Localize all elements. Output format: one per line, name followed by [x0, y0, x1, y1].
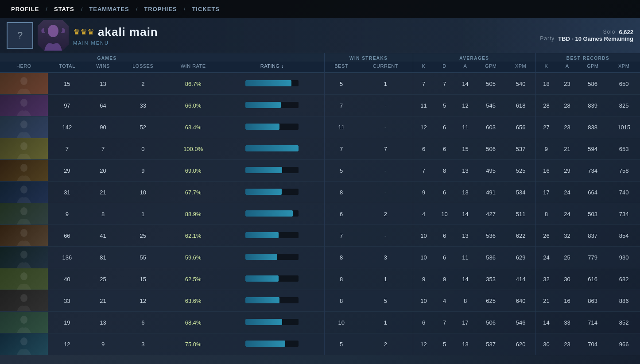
rating-bar — [245, 254, 299, 260]
table-row[interactable]: 142905263.4%11-1261160365627238381015 — [0, 116, 640, 138]
avg-gpm: 495 — [476, 160, 506, 182]
table-row[interactable]: 97643366.0%7-115125456182828839825 — [0, 95, 640, 116]
rating-bar — [245, 145, 299, 151]
nav-tickets[interactable]: TICKETS — [190, 6, 222, 12]
best-a: 23 — [557, 116, 578, 138]
best-a: 30 — [557, 268, 578, 290]
streak-best: 5 — [324, 333, 358, 355]
party-label: Party — [540, 35, 555, 42]
th-rating[interactable]: RATING ↓ — [220, 62, 324, 73]
hero-thumbnail — [0, 116, 48, 138]
wins: 13 — [86, 73, 120, 95]
win-rate: 68.4% — [166, 312, 220, 333]
best-xpm: 854 — [608, 225, 640, 247]
profile-name-section: ♛♛♛ akali main MAIN MENU — [73, 25, 158, 46]
table-row[interactable]: 66412562.1%7-106135366222632837854 — [0, 225, 640, 247]
table-row[interactable]: 2920969.0%5-78134955251629734758 — [0, 160, 640, 182]
streak-best: 8 — [324, 247, 358, 268]
avg-d: 8 — [434, 160, 455, 182]
nav-stats[interactable]: STATS — [52, 6, 77, 12]
streak-current: - — [358, 95, 413, 116]
losses: 15 — [120, 268, 166, 290]
losses: 55 — [120, 247, 166, 268]
profile-username: akali main — [98, 25, 158, 39]
table-row[interactable]: 136815559.6%83106115366292425779930 — [0, 247, 640, 268]
win-rate: 62.1% — [166, 225, 220, 247]
rating-bar-cell — [220, 225, 324, 247]
svg-point-9 — [20, 251, 27, 259]
best-gpm: 503 — [578, 203, 608, 225]
win-rate: 100.0% — [166, 138, 220, 160]
avg-k: 9 — [413, 182, 434, 203]
avg-a: 11 — [455, 116, 476, 138]
nav-trophies[interactable]: TROPHIES — [142, 6, 179, 12]
avg-k: 7 — [413, 73, 434, 95]
avg-a: 15 — [455, 138, 476, 160]
total-games: 15 — [48, 73, 86, 95]
best-a: 24 — [557, 203, 578, 225]
nav-teammates[interactable]: TEAMMATES — [87, 6, 131, 12]
avg-d: 5 — [434, 95, 455, 116]
avg-xpm: 537 — [506, 138, 535, 160]
svg-point-6 — [20, 186, 27, 194]
rating-bar-cell — [220, 160, 324, 182]
table-row[interactable]: 40251562.5%8199143534143230616682 — [0, 268, 640, 290]
nav-profile[interactable]: PROFILE — [9, 6, 41, 12]
rating-bar-fill — [245, 102, 280, 108]
table-body: 1513286.7%5177145055401823586650 9764336… — [0, 73, 640, 355]
total-games: 33 — [48, 290, 86, 312]
losses: 33 — [120, 95, 166, 116]
total-games: 29 — [48, 160, 86, 182]
losses: 9 — [120, 160, 166, 182]
table-row[interactable]: 98188.9%6241014427511824503734 — [0, 203, 640, 225]
hero-thumbnail — [0, 160, 48, 181]
rating-bar-fill — [245, 124, 279, 130]
streak-best: 6 — [324, 203, 358, 225]
total-games: 40 — [48, 268, 86, 290]
svg-point-12 — [20, 316, 27, 324]
profile-submenu[interactable]: MAIN MENU — [73, 40, 158, 46]
table-row[interactable]: 1913668.4%10167175065461433714852 — [0, 312, 640, 333]
streak-current: 2 — [358, 333, 413, 355]
best-gpm: 838 — [578, 116, 608, 138]
table-row[interactable]: 33211263.6%8510486256402116863886 — [0, 290, 640, 312]
avg-k: 10 — [413, 225, 434, 247]
win-rate: 88.9% — [166, 203, 220, 225]
table-row[interactable]: 1513286.7%5177145055401823586650 — [0, 73, 640, 95]
avg-xpm: 540 — [506, 73, 535, 95]
table-row[interactable]: 31211067.7%8-96134915341724664740 — [0, 182, 640, 203]
total-games: 142 — [48, 116, 86, 138]
best-xpm: 682 — [608, 268, 640, 290]
best-xpm: 966 — [608, 333, 640, 355]
avg-xpm: 656 — [506, 116, 535, 138]
th-best-gpm: GPM — [578, 62, 608, 73]
avg-gpm: 506 — [476, 138, 506, 160]
streak-current: - — [358, 225, 413, 247]
avg-d: 6 — [434, 182, 455, 203]
best-gpm: 863 — [578, 290, 608, 312]
win-rate: 69.0% — [166, 160, 220, 182]
avg-a: 13 — [455, 182, 476, 203]
best-gpm: 734 — [578, 160, 608, 182]
rating-bar — [245, 232, 299, 238]
table-row[interactable]: 129375.0%52125135376203023704966 — [0, 333, 640, 355]
rating-bar-fill — [245, 210, 293, 217]
win-rate: 66.0% — [166, 95, 220, 116]
rating-bar-cell — [220, 268, 324, 290]
svg-point-2 — [20, 99, 27, 107]
table-row[interactable]: 770100.0%776615506537921594653 — [0, 138, 640, 160]
losses: 6 — [120, 312, 166, 333]
best-gpm: 779 — [578, 247, 608, 268]
best-gpm: 837 — [578, 225, 608, 247]
wins: 21 — [86, 290, 120, 312]
rating-bar — [245, 275, 299, 282]
avg-gpm: 545 — [476, 95, 506, 116]
best-a: 25 — [557, 247, 578, 268]
rating-bar-fill — [245, 145, 299, 151]
hero-cell — [0, 160, 48, 182]
rating-bar-cell — [220, 138, 324, 160]
th-avg-d: D — [434, 62, 455, 73]
streak-current: 7 — [358, 138, 413, 160]
streak-current: 1 — [358, 312, 413, 333]
avg-k: 12 — [413, 333, 434, 355]
